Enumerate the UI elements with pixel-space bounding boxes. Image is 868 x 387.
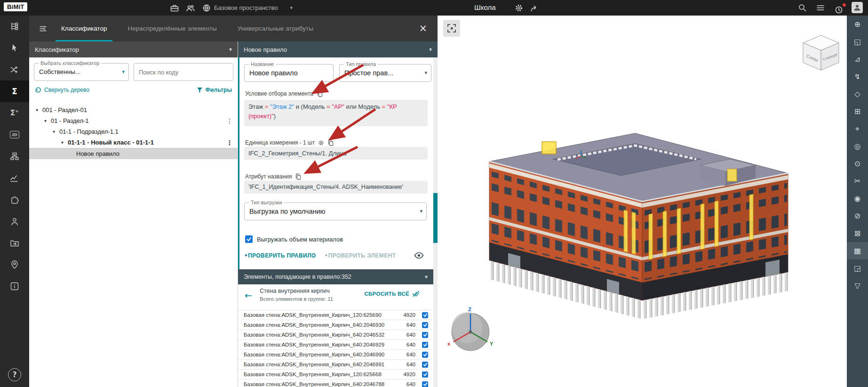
element-checkbox[interactable] [422, 362, 428, 368]
model-structure-button[interactable] [0, 16, 29, 37]
kebab-menu-icon[interactable]: ⋮ [226, 139, 233, 146]
shared-folders-button[interactable] [0, 232, 29, 254]
filters-button[interactable]: Фильтры [197, 87, 232, 93]
2d-view-button[interactable]: 2D [0, 124, 29, 145]
attribute-expression[interactable]: 'IFC_1_Идентификация_Стены/4. ADSK_Наиме… [244, 181, 428, 194]
share-button[interactable] [528, 2, 540, 14]
grid-toggle-button[interactable]: ⊞ [847, 103, 868, 120]
add-rule-tool-button[interactable]: Σ+ [0, 102, 29, 124]
plugins-button[interactable] [0, 189, 29, 210]
navigation-gizmo[interactable]: Z x Y [445, 306, 497, 358]
condition-expression[interactable]: Этаж = "Этаж 2" и (Модель = "АР" или Мод… [244, 100, 428, 126]
collapse-tree-button[interactable]: Свернуть дерево [35, 87, 89, 93]
relations-button[interactable] [0, 59, 29, 81]
copy-icon[interactable] [317, 90, 323, 97]
element-row[interactable]: Базовая стена:ADSK_Внутренняя_Кирпич_640… [238, 320, 433, 330]
shared-space-button[interactable] [200, 2, 213, 14]
building-model[interactable] [438, 16, 847, 387]
viewport-box-button[interactable]: ◲ [847, 259, 868, 277]
element-checkbox[interactable] [422, 322, 428, 328]
capture-region-button[interactable] [443, 20, 460, 37]
rule-panel-header[interactable]: Новое правило ▾ [238, 41, 438, 57]
tab-universal-attributes[interactable]: Универсальные атрибуты [227, 16, 324, 41]
expand-caret-icon: ▾ [44, 118, 51, 123]
orbit-tool-button[interactable]: ⊕ [847, 16, 868, 33]
isometric-view-button[interactable]: ◇ [847, 85, 868, 103]
section-cut-button[interactable]: ✂ [847, 172, 868, 190]
remove-selection-button[interactable]: ⊠ [847, 225, 868, 242]
element-row[interactable]: Базовая стена:ADSK_Внутренняя_Кирпич_640… [238, 360, 433, 370]
element-row[interactable]: Базовая стена:ADSK_Внутренняя_Кирпич_120… [238, 310, 433, 320]
code-search-input[interactable] [134, 64, 233, 81]
tree-node-subsection[interactable]: ▾ 01 - Раздел-1 ⋮ [29, 115, 238, 126]
element-checkbox[interactable] [422, 332, 428, 338]
select-tool-button[interactable] [0, 37, 29, 59]
help-button[interactable]: ? [8, 368, 21, 381]
menu-button[interactable] [814, 2, 827, 13]
filter-elements-button[interactable]: ▽ [847, 277, 868, 294]
focus-selection-button[interactable]: ⌖ [847, 120, 868, 137]
select-box-tool-button[interactable]: ◱ [847, 33, 868, 50]
walls-filter-button[interactable]: ▦ [847, 242, 868, 259]
rule-panel-scrollbar[interactable] [433, 57, 438, 387]
clash-tool-button[interactable]: ↯ [847, 68, 868, 85]
element-checkbox[interactable] [422, 371, 428, 378]
panel-options-button[interactable] [36, 24, 51, 33]
check-element-button[interactable]: •ПРОВЕРИТЬ ЭЛЕМЕНТ [325, 252, 396, 259]
element-row[interactable]: Базовая стена:ADSK_Внутренняя_Кирпич_640… [238, 330, 433, 340]
close-icon[interactable]: × [416, 23, 430, 34]
reset-all-button[interactable]: СБРОСИТЬ ВСЁ [361, 290, 423, 298]
element-checkbox[interactable] [422, 381, 428, 387]
team-button[interactable] [184, 2, 197, 14]
view-cube[interactable]: Слева Спереди [797, 30, 844, 74]
element-checkbox[interactable] [422, 312, 428, 318]
elements-section-header[interactable]: Элементы, попадающие в правило:352 ▾ [238, 269, 433, 284]
comments-button[interactable]: ⊙ [847, 155, 868, 172]
copy-icon[interactable] [295, 173, 301, 180]
tree-node-section[interactable]: ▾ 001 - Раздел-01 [29, 105, 238, 115]
notifications-button[interactable] [833, 4, 845, 16]
check-rule-button[interactable]: •ПРОВЕРИТЬ ПРАВИЛО [244, 252, 316, 259]
kebab-menu-icon[interactable]: ⋮ [226, 117, 233, 125]
briefcase-button[interactable] [168, 2, 181, 14]
hierarchy-button[interactable] [0, 145, 29, 167]
element-checkbox[interactable] [422, 352, 428, 358]
show-elements-button[interactable]: ◉ [847, 190, 868, 207]
element-checkbox[interactable] [422, 342, 428, 348]
scrollbar-thumb[interactable] [433, 193, 438, 243]
rule-name-field[interactable]: Название Новое правило [244, 64, 334, 82]
info-button[interactable] [0, 275, 29, 297]
viewport-3d[interactable]: Слева Спереди Z x Y [438, 16, 847, 387]
classifier-panel-header[interactable]: Классификатор ▾ [29, 41, 238, 57]
workspace-select[interactable]: Базовое пространство ▾ [214, 0, 293, 16]
classifier-select[interactable]: Выбрать классификатор Собственны... ▾ [34, 63, 129, 81]
tree-node-subsection2[interactable]: ▾ 01-1 - Подраздел-1.1 [29, 126, 238, 137]
gear-icon[interactable] [318, 140, 324, 146]
rule-type-select[interactable]: Тип правила Простое прав... ▾ [339, 64, 431, 82]
sigma-plus-icon: Σ+ [10, 109, 19, 117]
assignments-button[interactable] [0, 254, 29, 275]
copy-icon[interactable] [327, 139, 334, 146]
analytics-button[interactable] [0, 167, 29, 189]
unit-expression[interactable]: IFC_2_Геометрия_Стены/1. Длина [244, 147, 428, 160]
export-type-select[interactable]: Тип выгрузки Выгрузка по умолчанию ▾ [244, 202, 427, 220]
element-row[interactable]: Базовая стена:ADSK_Внутренняя_Кирпич_640… [238, 350, 433, 360]
measure-tool-button[interactable]: ⊿ [847, 50, 868, 68]
hide-elements-button[interactable]: ⊘ [847, 207, 868, 225]
preview-visibility-button[interactable] [411, 251, 427, 259]
back-button[interactable]: ← [245, 290, 252, 300]
materials-checkbox[interactable] [245, 235, 253, 243]
tab-classifier[interactable]: Классификатор [51, 16, 117, 41]
tree-node-class[interactable]: ▾ 01-1-1 - Новый класс - 01-1-1 ⋮ [29, 137, 238, 148]
users-button[interactable] [0, 210, 29, 232]
project-settings-button[interactable] [513, 2, 525, 14]
tree-node-rule-selected[interactable]: Новое правило [29, 148, 238, 159]
search-button[interactable] [796, 2, 808, 13]
element-row[interactable]: Базовая стена:ADSK_Внутренняя_Кирпич_640… [238, 379, 433, 387]
element-row[interactable]: Базовая стена:ADSK_Внутренняя_Кирпич_640… [238, 340, 433, 350]
walkthrough-button[interactable]: ◎ [847, 137, 868, 155]
tab-unallocated-elements[interactable]: Нераспределённые элементы [117, 16, 227, 41]
element-row[interactable]: Базовая стена:ADSK_Внутренняя_Кирпич_120… [238, 370, 433, 379]
account-button[interactable] [851, 2, 863, 13]
classifier-tool-button[interactable]: Σ [0, 81, 29, 102]
